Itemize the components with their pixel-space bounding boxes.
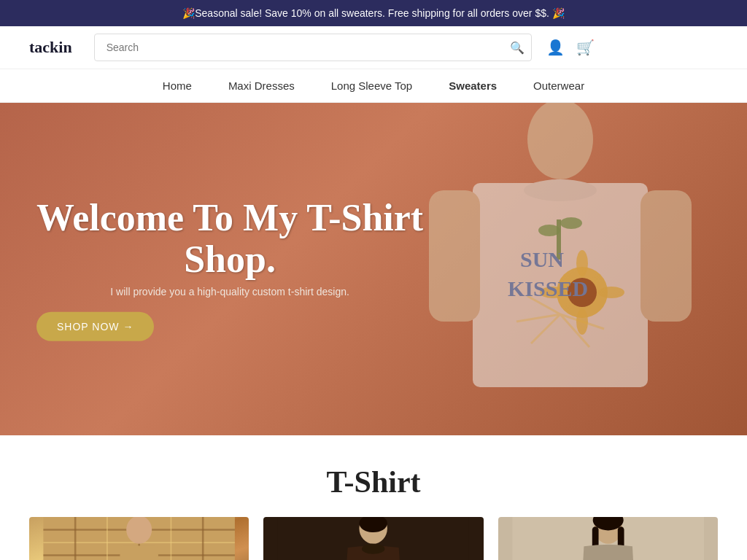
nav-item-sweaters[interactable]: Sweaters xyxy=(449,79,497,92)
svg-point-10 xyxy=(598,287,624,298)
nav-item-outerwear[interactable]: Outerwear xyxy=(533,79,584,92)
hero-section: SUN KISSED Welcome To My T-Shirt Shop. I… xyxy=(0,103,747,435)
tshirt-section: T-Shirt xyxy=(0,435,747,560)
search-button[interactable]: 🔍 xyxy=(510,41,525,55)
product-grid xyxy=(29,517,718,560)
svg-rect-2 xyxy=(429,190,480,322)
hero-subtitle: I will provide you a high-quality custom… xyxy=(36,286,423,298)
header: tackin 🔍 👤 🛒 xyxy=(0,26,747,69)
svg-point-38 xyxy=(362,544,385,554)
navigation: Home Maxi Dresses Long Sleeve Top Sweate… xyxy=(0,69,747,103)
product-card-2[interactable] xyxy=(263,517,483,560)
nav-item-long-sleeve-top[interactable]: Long Sleeve Top xyxy=(331,79,412,92)
section-title-bold: Shirt xyxy=(355,465,421,499)
svg-point-7 xyxy=(576,250,588,276)
nav-item-home[interactable]: Home xyxy=(163,79,192,92)
svg-point-12 xyxy=(538,225,560,236)
svg-rect-3 xyxy=(640,190,692,322)
search-icon: 🔍 xyxy=(510,42,525,54)
svg-rect-33 xyxy=(120,545,158,560)
logo[interactable]: tackin xyxy=(29,38,72,57)
svg-text:SUN: SUN xyxy=(520,247,564,271)
svg-text:KISSED: KISSED xyxy=(508,276,588,300)
hero-text-content: Welcome To My T-Shirt Shop. I will provi… xyxy=(36,197,423,341)
nav-item-maxi-dresses[interactable]: Maxi Dresses xyxy=(228,79,295,92)
announcement-text: 🎉Seasonal sale! Save 10% on all sweaters… xyxy=(182,7,565,19)
search-container: 🔍 xyxy=(94,34,532,61)
search-input[interactable] xyxy=(94,34,532,61)
product-card-3[interactable] xyxy=(498,517,718,560)
cart-button[interactable]: 🛒 xyxy=(576,39,595,56)
svg-point-0 xyxy=(527,103,593,179)
svg-point-32 xyxy=(126,517,152,544)
product-card-1[interactable] xyxy=(29,517,249,560)
hero-person-image: SUN KISSED xyxy=(374,103,747,435)
hero-title: Welcome To My T-Shirt Shop. xyxy=(36,197,423,280)
header-icons: 👤 🛒 xyxy=(546,39,595,56)
svg-point-4 xyxy=(524,179,597,201)
shop-now-button[interactable]: SHOP NOW → xyxy=(36,312,154,341)
section-title-normal: T- xyxy=(326,465,354,499)
announcement-bar: 🎉Seasonal sale! Save 10% on all sweaters… xyxy=(0,0,747,26)
account-icon: 👤 xyxy=(546,39,565,55)
account-button[interactable]: 👤 xyxy=(546,39,565,56)
cart-icon: 🛒 xyxy=(576,39,595,55)
svg-point-13 xyxy=(560,217,582,229)
section-title: T-Shirt xyxy=(29,464,718,499)
